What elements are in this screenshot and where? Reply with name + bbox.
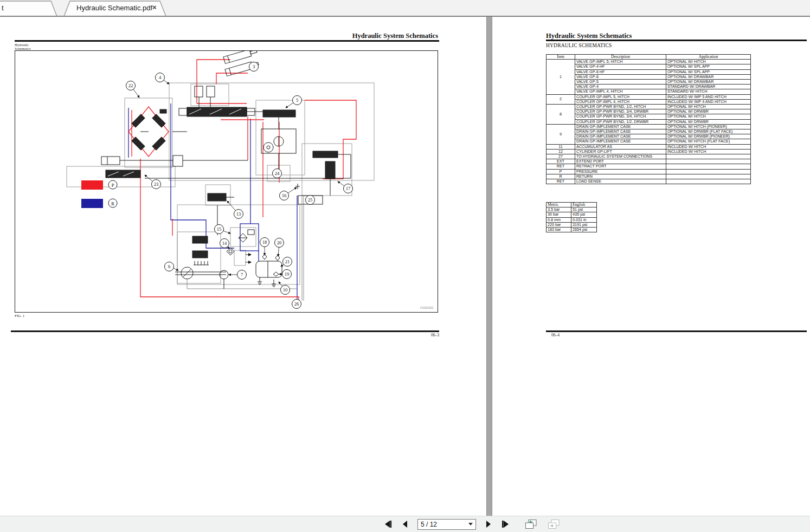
callout-label-15: 15	[217, 226, 222, 232]
parts-row: 9DRAIN GP-IMPLEMENT CASEOPTIONAL W/ HITC…	[547, 124, 751, 129]
parts-row: 1VALVE GP-IMPL 5; HITCHOPTIONAL W/ HITCH	[547, 60, 751, 64]
background-tab[interactable]	[0, 1, 57, 16]
application-cell: OPTIONAL W/ DRWBR	[666, 119, 751, 124]
callout-label-17: 17	[346, 186, 351, 191]
callout-label-18: 18	[262, 239, 267, 245]
application-cell: OPTIONAL W/ SPL APP	[666, 64, 751, 69]
item-cell: 2	[547, 94, 575, 104]
description-cell: COUPLER GP-PWR BYND, 1/2, HITCH	[575, 105, 666, 109]
hydraulic-schematic: P R F1026/3002 3422523241625171315141820…	[15, 50, 438, 313]
nav-back-icon	[525, 519, 538, 529]
application-cell: STANDARD W/ DRAWBAR	[666, 85, 751, 89]
application-cell	[666, 174, 751, 179]
drain-lines	[187, 196, 304, 301]
right-page-number: 06–4	[551, 333, 560, 338]
description-cell: COUPLER GP-IMPL 5, HITCH	[575, 94, 666, 99]
callout-label-7: 7	[241, 272, 243, 277]
callout-label-13: 13	[236, 211, 241, 217]
application-cell: INCLUDED W/ HITCH	[666, 149, 751, 154]
item-cell: RET	[547, 164, 575, 169]
description-cell: DRAIN GP-IMPLEMENT CASE	[575, 124, 666, 129]
last-page-button[interactable]	[499, 520, 512, 529]
parts-row: COUPLER GP-IMPL 4, HITCHINCLUDED W/ IMP …	[547, 99, 751, 104]
parts-row: PPRESSURE	[547, 169, 751, 174]
application-cell: OPTIONAL W/ DRAWBAR	[666, 74, 751, 79]
parts-row: COUPLER GP-PWR BYND, 1/2, DRWBROPTIONAL …	[547, 119, 751, 124]
item-cell: EXT	[547, 159, 575, 164]
description-cell: COUPLER GP-PWR BYND, 3/4, HITCH	[575, 114, 666, 119]
callout-label-14: 14	[222, 241, 227, 246]
legend-label-r: R	[111, 201, 114, 206]
first-page-icon	[383, 521, 392, 528]
application-cell	[666, 159, 751, 164]
conversion-row: 183 bar2654 psi	[547, 228, 597, 232]
item-cell: 27	[547, 154, 575, 159]
previous-page-icon	[402, 521, 408, 528]
application-cell: OPTIONAL W/ HITCH (FLAT FACE)	[666, 139, 751, 144]
first-page-button[interactable]	[381, 520, 394, 529]
item-cell: 11	[547, 144, 575, 149]
pressure-lines	[128, 60, 356, 300]
application-cell: OPTIONAL W/ DRWBR	[666, 109, 751, 114]
left-page-number: 06–3	[415, 333, 439, 338]
description-cell: TO HYDRAULIC SYSTEM CONNECTIONS	[575, 154, 666, 159]
description-cell: VALVE GP-4	[575, 85, 666, 89]
conversion-row: 30 bar435 psi	[547, 212, 597, 217]
description-cell: VALVE GP-6	[575, 74, 666, 79]
callout-label-6: 6	[168, 264, 170, 269]
parts-row: DRAIN GP-IMPLEMENT CASEOPTIONAL W/ DRWBR…	[547, 129, 751, 134]
check-valve-symbol	[227, 248, 234, 255]
conversion-row: 3.5 bar51 psi	[547, 207, 597, 212]
description-cell: COUPLER GP-PWR BYND, 1/2, DRWBR	[575, 119, 666, 124]
application-cell: OPTIONAL W/ HITCH	[666, 60, 751, 64]
description-cell: COUPLER GP-PWR BYND, 3/4, DRWBR	[575, 109, 666, 114]
description-cell: COUPLER GP-IMPL 4, HITCH	[575, 99, 666, 104]
left-footer-rule	[11, 330, 439, 332]
callout-label-23: 23	[154, 181, 159, 187]
item-cell: 8	[547, 105, 575, 125]
application-cell: OPTIONAL W/ DRWBR (PIONEER)	[666, 134, 751, 139]
item-cell: R	[547, 174, 575, 179]
col-description: Description	[575, 55, 666, 60]
tab-bar: t Hydraulic Schematic.pdf ×	[0, 0, 810, 17]
next-page-button[interactable]	[483, 520, 494, 529]
parts-row: VALVE GP-6 HFOPTIONAL W/ SPL APP	[547, 69, 751, 74]
page-gutter	[486, 17, 492, 516]
parts-row: DRAIN GP-IMPLEMENT CASEOPTIONAL W/ HITCH…	[547, 139, 751, 144]
parts-row: VALVE GP-5OPTIONAL W/ DRAWBAR	[547, 80, 751, 85]
figure-caption: FIG. 1	[15, 314, 24, 318]
description-cell: EXTEND PORT	[575, 159, 666, 164]
page-number-combobox[interactable]: 5 / 12	[417, 519, 476, 530]
legend: P R	[81, 180, 117, 208]
return-lines	[128, 103, 297, 300]
nav-forward-button[interactable]	[545, 518, 563, 530]
parts-row: RETRETRACT PORT	[547, 164, 751, 169]
parts-table: Item Description Application 1VALVE GP-I…	[546, 54, 751, 184]
parts-row: VALVE GP-6OPTIONAL W/ DRAWBAR	[547, 74, 751, 79]
callout-label-25: 25	[308, 197, 313, 203]
description-cell: DRAIN GP-IMPLEMENT CASE	[575, 139, 666, 144]
left-margin-label: Hydraulic Schematics	[15, 43, 31, 51]
callout-label-22: 22	[128, 83, 133, 88]
previous-page-button[interactable]	[400, 520, 410, 529]
callout-label-26: 26	[294, 301, 299, 307]
tab-close-button[interactable]: ×	[152, 3, 157, 11]
callout-label-10: 10	[283, 287, 288, 293]
conversion-row: 220 bar3191 psi	[547, 222, 597, 227]
application-cell: OPTIONAL W/ DRAWBAR	[666, 80, 751, 85]
parts-row: 12CYLINDER GP-LIFTINCLUDED W/ HITCH	[547, 149, 751, 154]
application-cell: INCLUDED W/ IMP 4 AND HITCH	[666, 99, 751, 104]
description-cell: DRAIN GP-IMPLEMENT CASE	[575, 134, 666, 139]
description-cell: RETURN	[575, 174, 666, 179]
nav-back-button[interactable]	[523, 518, 540, 530]
conversion-row: 0.8 mm0.031 in	[547, 217, 597, 222]
components	[101, 50, 351, 289]
parts-row: RETLOAD SENSE	[547, 179, 751, 184]
parts-row: EXTEXTEND PORT	[547, 159, 751, 164]
callout-label-3: 3	[253, 64, 255, 69]
parts-row: VALVE GP-IMPL 4, HITCHSTANDARD W/ HITCH	[547, 89, 751, 94]
parts-row: COUPLER GP-PWR BYND, 3/4, HITCHOPTIONAL …	[547, 114, 751, 119]
left-page-header-title: Hydraulic System Schematics	[271, 32, 438, 40]
item-cell: RET	[547, 179, 575, 184]
parts-row: RRETURN	[547, 174, 751, 179]
